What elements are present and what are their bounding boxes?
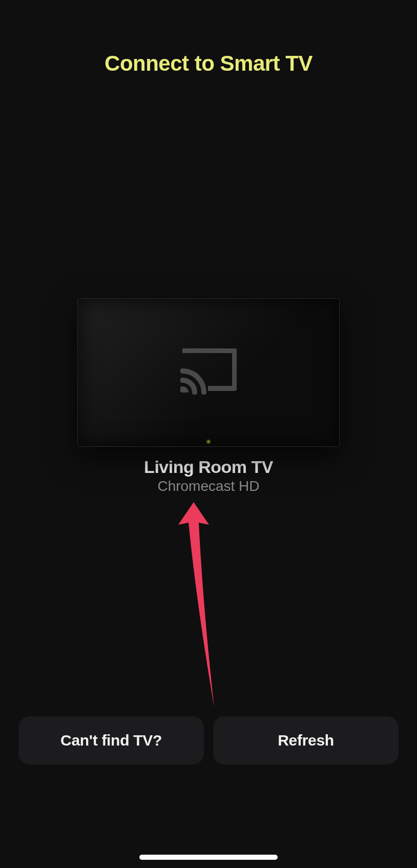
cast-icon xyxy=(180,348,237,397)
device-name: Living Room TV xyxy=(77,457,340,477)
device-type: Chromecast HD xyxy=(77,478,340,494)
connect-tv-screen: Connect to Smart TV Living Room TV Chrom… xyxy=(0,0,417,868)
annotation-arrow-icon xyxy=(178,502,240,709)
page-title: Connect to Smart TV xyxy=(0,51,417,76)
footer-actions: Can't find TV? Refresh xyxy=(18,716,399,764)
refresh-button[interactable]: Refresh xyxy=(213,716,399,764)
device-card-living-room-tv[interactable]: Living Room TV Chromecast HD xyxy=(77,298,340,494)
home-indicator[interactable] xyxy=(139,855,278,860)
tv-frame xyxy=(77,298,340,447)
cant-find-tv-button[interactable]: Can't find TV? xyxy=(18,716,204,764)
